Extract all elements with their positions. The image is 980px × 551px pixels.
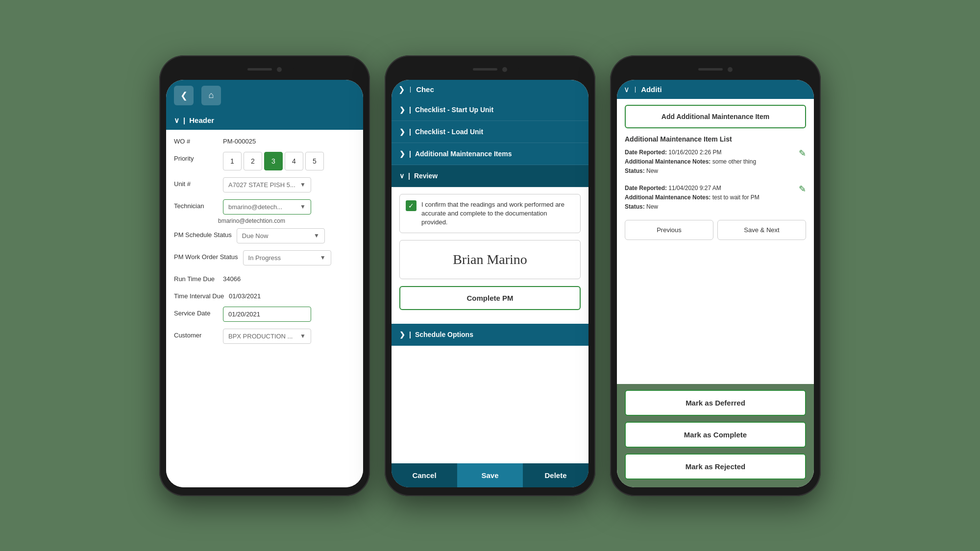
- load-label: Checklist - Load Unit: [415, 128, 483, 136]
- review-section-header[interactable]: ∨ | Review: [392, 165, 588, 187]
- phone-1-notch: [235, 64, 294, 75]
- header-chevron: ∨: [174, 116, 179, 125]
- phone-1-speaker: [247, 68, 272, 71]
- action-buttons-area: Mark as Deferred Mark as Complete Mark a…: [617, 384, 814, 487]
- technician-value: bmarino@detech...: [228, 203, 282, 211]
- service-date-input[interactable]: 01/20/2021: [223, 307, 311, 322]
- pm-wo-label: PM Work Order Status: [174, 250, 238, 261]
- mark-complete-button[interactable]: Mark as Complete: [625, 422, 806, 448]
- confirm-box: ✓ I confirm that the readings and work p…: [399, 194, 581, 234]
- home-button[interactable]: ⌂: [201, 86, 221, 105]
- priority-btn-5[interactable]: 5: [305, 152, 324, 170]
- pm-schedule-label: PM Schedule Status: [174, 228, 232, 239]
- pm-schedule-select[interactable]: Due Now ▼: [237, 228, 325, 243]
- service-date-value: 01/20/2021: [228, 311, 260, 318]
- signature-box: Brian Marino: [399, 240, 581, 279]
- startup-label: Checklist - Start Up Unit: [415, 106, 493, 114]
- pm-schedule-chevron-icon: ▼: [314, 232, 319, 239]
- phone-3-topbar: ∨ | Additi: [617, 80, 814, 99]
- item-2-text: Date Reported: 11/04/2020 9:27 AM Additi…: [625, 184, 795, 212]
- service-date-field: Service Date 01/20/2021: [174, 307, 355, 322]
- schedule-pipe: |: [409, 331, 411, 338]
- priority-btn-2[interactable]: 2: [244, 152, 262, 170]
- technician-select[interactable]: bmarino@detech... ▼: [223, 199, 311, 215]
- startup-pipe: |: [409, 106, 411, 114]
- confirm-text: I confirm that the readings and work per…: [421, 200, 574, 227]
- time-interval-value: 01/03/2021: [229, 289, 261, 300]
- phone-1-topbar: ❮ ⌂: [166, 80, 363, 111]
- phone-3-camera: [728, 67, 733, 72]
- phone-2-camera: [502, 67, 507, 72]
- list-item: Date Reported: 10/16/2020 2:26 PM Additi…: [625, 148, 806, 176]
- checklist-load-section[interactable]: ❯ | Checklist - Load Unit: [392, 121, 588, 143]
- phone-2-topbar-pipe: |: [410, 86, 411, 93]
- phone-3-speaker: [698, 68, 723, 71]
- save-button[interactable]: Save: [457, 463, 523, 487]
- time-interval-field: Time Interval Due 01/03/2021: [174, 289, 355, 300]
- item-1-text: Date Reported: 10/16/2020 2:26 PM Additi…: [625, 148, 795, 176]
- wo-value: PM-000025: [223, 135, 256, 145]
- technician-label: Technician: [174, 199, 218, 210]
- complete-pm-button[interactable]: Complete PM: [399, 286, 581, 310]
- header-section[interactable]: ∨ | Header: [166, 111, 363, 130]
- item-2-status-label: Status:: [625, 203, 645, 210]
- item-1-notes-label: Additional Maintenance Notes:: [625, 158, 710, 165]
- mark-deferred-button[interactable]: Mark as Deferred: [625, 390, 806, 416]
- unit-label: Unit #: [174, 177, 218, 188]
- previous-button[interactable]: Previous: [625, 220, 713, 240]
- phone-3-topbar-title: Additi: [641, 85, 662, 94]
- unit-value: A7027 STATE PISH 5...: [228, 181, 295, 189]
- schedule-options-section[interactable]: ❯ | Schedule Options: [392, 324, 588, 346]
- schedule-label: Schedule Options: [415, 331, 473, 338]
- phone-1-screen: ❮ ⌂ ∨ | Header WO # PM-000025 Priority: [166, 80, 363, 487]
- priority-field: Priority 1 2 3 4 5: [174, 152, 355, 170]
- technician-field: Technician bmarino@detech... ▼: [174, 199, 355, 215]
- cancel-button[interactable]: Cancel: [392, 463, 457, 487]
- add-additional-item-button[interactable]: Add Additional Maintenance Item: [625, 105, 806, 128]
- phone-2-notch-area: [392, 64, 588, 75]
- phone-2-notch: [461, 64, 519, 75]
- list-title: Additional Maintenance Item List: [625, 135, 806, 143]
- item-2-edit-icon[interactable]: ✎: [799, 184, 806, 194]
- phone-3: ∨ | Additi Add Additional Maintenance It…: [610, 55, 821, 496]
- run-time-field: Run Time Due 34066: [174, 272, 355, 283]
- load-chevron-icon: ❯: [399, 128, 405, 136]
- schedule-chevron-icon: ❯: [399, 331, 405, 338]
- save-next-button[interactable]: Save & Next: [717, 220, 806, 240]
- unit-field: Unit # A7027 STATE PISH 5... ▼: [174, 177, 355, 192]
- additional-maintenance-section[interactable]: ❯ | Additional Maintenance Items: [392, 143, 588, 165]
- wo-label: WO #: [174, 135, 218, 145]
- unit-chevron-icon: ▼: [300, 181, 306, 188]
- time-interval-label: Time Interval Due: [174, 289, 224, 300]
- review-body: ✓ I confirm that the readings and work p…: [392, 187, 588, 324]
- mark-rejected-button[interactable]: Mark as Rejected: [625, 454, 806, 479]
- phone-2-topbar-chevron: ❯: [398, 85, 405, 94]
- phone-1-form: WO # PM-000025 Priority 1 2 3 4 5: [166, 130, 363, 487]
- additional-chevron-icon: ❯: [399, 150, 405, 158]
- additional-pipe: |: [409, 150, 411, 158]
- priority-btn-1[interactable]: 1: [223, 152, 242, 170]
- back-button[interactable]: ❮: [174, 86, 194, 105]
- pm-wo-select[interactable]: In Progress ▼: [243, 250, 331, 265]
- phone-1-notch-area: [166, 64, 363, 75]
- customer-field: Customer BPX PRODUCTION ... ▼: [174, 329, 355, 344]
- phone-2: ❯ | Chec ❯ | Checklist - Start Up Unit ❯…: [385, 55, 595, 496]
- startup-chevron-icon: ❯: [399, 106, 405, 114]
- unit-select[interactable]: A7027 STATE PISH 5... ▼: [223, 177, 311, 192]
- load-pipe: |: [409, 128, 411, 136]
- checklist-startup-section[interactable]: ❯ | Checklist - Start Up Unit: [392, 99, 588, 121]
- delete-button[interactable]: Delete: [523, 463, 588, 487]
- priority-btn-4[interactable]: 4: [285, 152, 303, 170]
- item-1-notes-value: some other thing: [712, 158, 756, 165]
- item-2-date-label: Date Reported:: [625, 185, 667, 192]
- phone-2-speaker: [473, 68, 497, 71]
- item-1-edit-icon[interactable]: ✎: [799, 148, 806, 159]
- priority-btn-3[interactable]: 3: [264, 152, 283, 170]
- review-pipe: |: [408, 172, 410, 180]
- item-1-status-value: New: [646, 168, 658, 174]
- pm-wo-value: In Progress: [248, 254, 281, 262]
- technician-chevron-icon: ▼: [300, 203, 306, 210]
- customer-select[interactable]: BPX PRODUCTION ... ▼: [223, 329, 311, 344]
- item-2-notes-label: Additional Maintenance Notes:: [625, 194, 710, 201]
- confirm-checkbox[interactable]: ✓: [406, 200, 416, 211]
